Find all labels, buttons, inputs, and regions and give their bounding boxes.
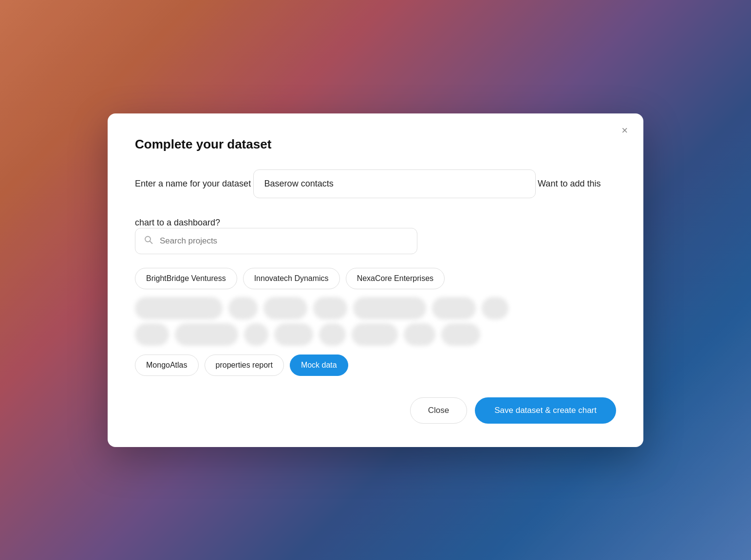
blurred-tag-12: [319, 323, 346, 346]
blurred-tag-11: [274, 323, 313, 346]
blurred-tag-5: [353, 297, 426, 319]
blurred-tags-row2: [135, 323, 616, 346]
tag-mongoatlas[interactable]: MongoAtlas: [135, 355, 199, 376]
modal-footer: Close Save dataset & create chart: [135, 397, 616, 424]
blurred-tag-6: [432, 297, 476, 319]
blurred-tag-10: [244, 323, 268, 346]
blurred-tag-8: [135, 323, 169, 346]
tag-nexacore[interactable]: NexaCore Enterprises: [346, 268, 445, 289]
project-tags-row2: MongoAtlas properties report Mock data: [135, 355, 616, 376]
blurred-tag-15: [441, 323, 480, 346]
tag-brightbridge[interactable]: BrightBridge Venturess: [135, 268, 237, 289]
blurred-tag-2: [228, 297, 258, 319]
blurred-tag-7: [482, 297, 508, 319]
save-create-chart-button[interactable]: Save dataset & create chart: [475, 397, 616, 424]
tag-properties-report[interactable]: properties report: [205, 355, 284, 376]
blurred-tag-13: [352, 323, 398, 346]
modal-close-button[interactable]: ×: [618, 123, 632, 138]
project-tags-row1: BrightBridge Venturess Innovatech Dynami…: [135, 268, 616, 289]
blurred-tag-3: [263, 297, 307, 319]
blurred-tag-4: [313, 297, 347, 319]
close-button[interactable]: Close: [410, 397, 467, 424]
search-projects-input[interactable]: [135, 228, 417, 254]
dataset-name-input[interactable]: [253, 169, 536, 198]
modal-title: Complete your dataset: [135, 137, 616, 152]
tag-innovatech[interactable]: Innovatech Dynamics: [243, 268, 340, 289]
dataset-name-label: Enter a name for your dataset: [135, 179, 251, 188]
search-wrapper: [135, 228, 417, 254]
blurred-tags-row1: [135, 297, 616, 319]
complete-dataset-modal: × Complete your dataset Enter a name for…: [108, 113, 643, 447]
blurred-tag-9: [175, 323, 238, 346]
blurred-tag-14: [404, 323, 435, 346]
tag-mock-data[interactable]: Mock data: [290, 355, 348, 376]
blurred-tag-1: [135, 297, 223, 319]
